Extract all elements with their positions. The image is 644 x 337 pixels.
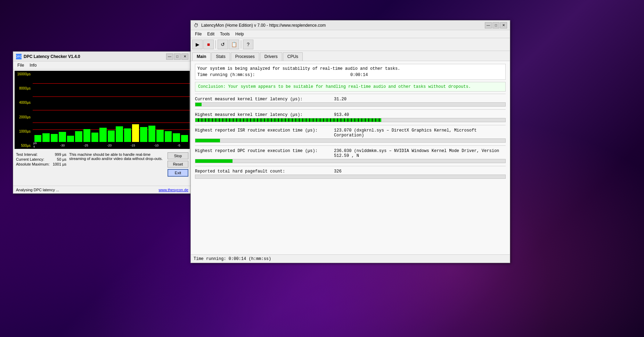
lm-analysis-text: Your system is being analyzed for suitab…	[197, 66, 400, 71]
dpc-y-label-1: 8000µs	[15, 86, 32, 90]
lm-help-btn[interactable]: ?	[243, 40, 253, 49]
bar-1	[34, 135, 41, 142]
dpc-stop-button[interactable]: Stop	[168, 152, 188, 159]
dpc-chart-area: -30 -25 -20 -15 -10 -5 µs s	[33, 71, 190, 149]
bar-16	[156, 130, 163, 142]
lm-metric-4-value: 326	[334, 169, 506, 174]
lm-menu-edit[interactable]: Edit	[204, 31, 217, 37]
dpc-y-label-2: 4000µs	[15, 101, 32, 104]
lm-tab-stats[interactable]: Stats	[211, 52, 230, 61]
lm-tab-cpus[interactable]: CPUs	[283, 52, 303, 61]
dpc-buttons: Stop Reset Exit	[168, 152, 188, 177]
lm-metric-1-bar	[195, 118, 506, 122]
lm-refresh-btn[interactable]: ↺	[218, 40, 228, 49]
dpc-y-label-4: 1000µs	[15, 129, 32, 133]
dpc-window: DPC DPC Latency Checker V1.4.0 — □ ✕ Fil…	[13, 51, 191, 194]
lm-window-controls: — □ ✕	[485, 22, 507, 28]
lm-metric-0-fill	[195, 103, 202, 106]
lm-analysis-section: Your system is being analyzed for suitab…	[195, 64, 506, 80]
dpc-current-latency-value: 50 µs	[57, 157, 66, 161]
lm-tabs: Main Stats Processes Drivers CPUs	[191, 51, 510, 61]
lm-metric-4-bar	[195, 175, 506, 179]
dpc-absolute-max-label: Absolute Maximum:	[16, 162, 50, 166]
lm-metric-1-row: Highest measured kernel timer latency (µ…	[195, 112, 506, 117]
lm-metric-2-label: Highest reported ISR routine execution t…	[195, 128, 334, 133]
dpc-x-label-2: -20	[107, 144, 112, 147]
lm-sep-3	[195, 125, 506, 125]
lm-conclusion: Conclusion: Your system appears to be su…	[195, 82, 506, 92]
lm-metric-3-bar	[195, 159, 506, 163]
lm-window-icon: ⏱	[194, 23, 199, 28]
lm-metric-3-value: 236.030 (nvlddmkm.sys – NVIDIA Windows K…	[334, 149, 506, 158]
lm-metric-0-value: 31.20	[334, 97, 506, 102]
lm-time-running-row: Time running (h:mm:ss): 0:00:14	[197, 73, 503, 77]
lm-sep-4	[195, 145, 506, 146]
lm-metric-0: Current measured kernel timer latency (µ…	[195, 97, 506, 107]
lm-sep-1	[195, 94, 506, 94]
bar-4	[59, 132, 66, 142]
lm-maximize-btn[interactable]: □	[492, 22, 499, 28]
dpc-message: This machine should be able to handle re…	[69, 152, 165, 177]
lm-toolbar-sep-2	[241, 40, 241, 49]
lm-minimize-btn[interactable]: —	[485, 22, 492, 28]
dpc-x-unit: µs	[33, 141, 37, 145]
dpc-current-latency-label: Current Latency:	[16, 157, 44, 161]
dpc-absolute-max-value: 1001 µs	[53, 162, 66, 166]
bar-12	[124, 128, 131, 142]
dpc-maximize-btn[interactable]: □	[174, 53, 181, 60]
lm-metric-3-row: Highest reported DPC routine execution t…	[195, 149, 506, 158]
lm-tab-processes[interactable]: Processes	[231, 52, 259, 61]
dpc-reset-button[interactable]: Reset	[168, 161, 188, 168]
bar-19	[181, 135, 188, 142]
lm-tab-drivers[interactable]: Drivers	[260, 52, 282, 61]
dpc-x-label-4: -10	[154, 144, 158, 147]
dpc-minimize-btn[interactable]: —	[166, 53, 173, 60]
dpc-exit-button[interactable]: Exit	[168, 169, 188, 177]
dpc-y-labels: 16000µs 8000µs 4000µs 2000µs 1000µs 500µ…	[15, 71, 33, 149]
dpc-y-label-0: 16000µs	[15, 72, 32, 76]
dpc-chart: 16000µs 8000µs 4000µs 2000µs 1000µs 500µ…	[15, 71, 190, 149]
dpc-menu-info[interactable]: Info	[27, 62, 39, 68]
lm-stop-btn[interactable]: ■	[203, 40, 214, 49]
bar-11	[116, 126, 123, 142]
lm-sep-2	[195, 109, 506, 110]
bar-5	[67, 136, 74, 142]
dpc-stats-section: Test Interval: 999 µs Current Latency: 5…	[13, 150, 191, 179]
lm-copy-btn[interactable]: 📋	[229, 40, 239, 49]
dpc-statusbar: Analysing DPC latency ... www.thesycon.d…	[13, 186, 191, 193]
lm-menu-file[interactable]: File	[192, 31, 204, 37]
bar-2	[42, 133, 49, 142]
dpc-y-label-5: 500µs	[15, 144, 32, 148]
bar-13-yellow	[132, 124, 139, 142]
lm-close-btn[interactable]: ✕	[500, 22, 507, 28]
dpc-test-interval-row: Test Interval: 999 µs	[16, 152, 66, 157]
lm-analysis-text-row: Your system is being analyzed for suitab…	[197, 66, 503, 71]
bar-18	[173, 133, 180, 142]
bar-7	[83, 129, 90, 142]
lm-metric-0-label: Current measured kernel timer latency (µ…	[195, 97, 334, 102]
bar-15	[148, 126, 155, 142]
lm-tab-main[interactable]: Main	[192, 52, 211, 61]
dpc-x-label-5: -5	[178, 144, 180, 147]
dpc-window-title: DPC Latency Checker V1.4.0	[24, 54, 166, 59]
dpc-link[interactable]: www.thesycon.de	[158, 188, 188, 192]
lm-metric-1-fill	[195, 118, 381, 122]
dpc-close-btn[interactable]: ✕	[181, 53, 188, 60]
dpc-bars	[33, 71, 190, 142]
lm-menu-tools[interactable]: Tools	[217, 31, 233, 37]
dpc-x-label-3: -15	[131, 144, 135, 147]
lm-menu-help[interactable]: Help	[233, 31, 247, 37]
dpc-test-interval-value: 999 µs	[55, 152, 66, 157]
lm-time-running-label: Time running (h:mm:ss):	[197, 73, 350, 77]
lm-metric-1: Highest measured kernel timer latency (µ…	[195, 112, 506, 122]
lm-metric-4-label: Reported total hard pagefault count:	[195, 169, 334, 174]
lm-play-btn[interactable]: ▶	[192, 40, 203, 49]
dpc-x-unit2: s	[33, 145, 35, 148]
lm-main-content: Your system is being analyzed for suitab…	[191, 61, 510, 258]
dpc-menu-file[interactable]: File	[15, 62, 27, 68]
dpc-x-label-1: -25	[84, 144, 88, 147]
lm-metric-0-bar	[195, 102, 506, 107]
dpc-y-label-3: 2000µs	[15, 115, 32, 119]
bar-3	[51, 134, 58, 142]
dpc-x-label-0: -30	[60, 144, 65, 147]
